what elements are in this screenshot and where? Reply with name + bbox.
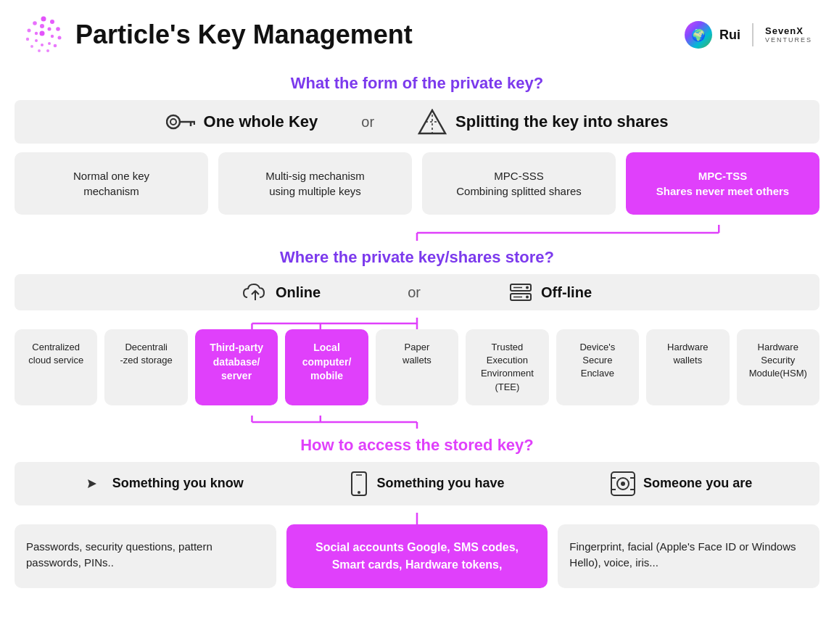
storage-card-8: HardwareSecurityModule(HSM) [737, 329, 819, 405]
storage-card-6: Device'sSecureEnclave [556, 329, 639, 405]
connector-svg-storage [15, 318, 819, 329]
svg-point-16 [35, 39, 38, 42]
svg-point-2 [56, 27, 60, 31]
or-label-2: or [408, 284, 421, 301]
auth-item-2: Someone you are [610, 471, 752, 497]
auth-label-0: Something you know [112, 476, 244, 491]
auth-label-2: Someone you are [643, 476, 752, 491]
mech-card-2: MPC-SSSCombining splitted shares [422, 152, 616, 215]
svg-point-12 [48, 28, 51, 31]
mech-card-0: Normal one keymechanism [15, 152, 208, 215]
connector-1 [15, 225, 819, 241]
svg-point-52 [621, 482, 625, 486]
biometric-icon [610, 471, 636, 497]
auth-item-1: Something you have [349, 471, 504, 497]
online-item: Online [242, 281, 321, 303]
connector-svg-1 [15, 225, 819, 241]
phone-icon [349, 471, 369, 497]
auth-row: Something you know Something you have So… [15, 462, 819, 505]
bottom-card-1: Social accounts Google, SMS codes,Smart … [286, 524, 548, 588]
section3-heading: How to access the stored key? [15, 436, 819, 455]
sevenx-ventures: VENTURES [765, 36, 812, 44]
sevenx-name: SevenX [765, 26, 812, 36]
storage-label-6: Device'sSecureEnclave [579, 342, 615, 379]
storage-label-1: Decentrali-zed storage [120, 342, 173, 366]
main-content: What the form of the private key? One wh… [0, 74, 834, 603]
online-offline-row: Online or Off-line [15, 274, 819, 310]
mech-label-2: MPC-SSSCombining splitted shares [456, 170, 582, 197]
svg-point-13 [51, 35, 54, 38]
svg-point-4 [54, 44, 57, 48]
svg-point-18 [40, 31, 45, 36]
storage-card-2: Third-partydatabase/server [195, 329, 278, 405]
connector-svg-storage-b [15, 416, 819, 429]
storage-label-4: Paperwallets [402, 342, 432, 366]
storage-label-8: HardwareSecurityModule(HSM) [749, 342, 807, 379]
offline-item: Off-line [508, 281, 592, 303]
storage-card-0: Centralizedcloud service [15, 329, 97, 405]
offline-icon [508, 281, 534, 303]
svg-point-1 [50, 20, 54, 24]
svg-point-6 [38, 49, 41, 52]
split-key-label: Splitting the key into shares [455, 112, 668, 131]
storage-card-4: Paperwallets [376, 329, 458, 405]
storage-label-2: Third-partydatabase/server [210, 342, 263, 381]
storage-label-0: Centralizedcloud service [28, 342, 83, 366]
bottom-label-2: Fingerprint, facial (Apple's Face ID or … [569, 540, 796, 569]
svg-point-10 [33, 21, 37, 25]
svg-point-7 [30, 45, 33, 48]
header-divider [752, 23, 754, 46]
svg-point-11 [40, 24, 44, 28]
mech-label-0: Normal one keymechanism [73, 170, 149, 197]
key-icon [166, 110, 195, 133]
section2-heading: Where the private key/shares store? [15, 248, 819, 267]
storage-label-5: TrustedExecutionEnvironment(TEE) [481, 342, 534, 392]
storage-section: Centralizedcloud service Decentrali-zed … [15, 318, 819, 429]
auth-label-1: Something you have [376, 476, 504, 491]
whole-key-item: One whole Key [166, 110, 318, 133]
bottom-label-1: Social accounts Google, SMS codes,Smart … [315, 541, 519, 571]
header-right: 🌍 Rui SevenX VENTURES [685, 21, 812, 49]
storage-row: Centralizedcloud service Decentrali-zed … [15, 329, 819, 405]
whole-key-label: One whole Key [204, 112, 318, 131]
bottom-row: Passwords, security questions, pattern p… [15, 524, 819, 588]
storage-label-3: Localcomputer/mobile [302, 342, 352, 381]
mechanism-row: Normal one keymechanism Multi-sig mechan… [15, 152, 819, 215]
key-form-row: One whole Key or Splitting the key into … [15, 100, 819, 144]
mech-card-1: Multi-sig mechanismusing multiple keys [218, 152, 412, 215]
connector-storage-top [15, 318, 819, 329]
svg-point-8 [26, 38, 29, 41]
storage-label-7: Hardwarewallets [667, 342, 708, 366]
bottom-card-0: Passwords, security questions, pattern p… [15, 524, 276, 588]
svg-point-34 [526, 286, 529, 289]
or-label-1: or [361, 114, 374, 131]
storage-card-7: Hardwarewallets [646, 329, 729, 405]
connector-auth [15, 513, 819, 524]
svg-point-14 [48, 42, 51, 45]
svg-point-35 [526, 296, 529, 299]
bottom-card-2: Fingerprint, facial (Apple's Face ID or … [558, 524, 819, 588]
svg-point-5 [46, 49, 49, 52]
connector-svg-auth [15, 513, 819, 524]
online-icon [242, 281, 268, 303]
avatar: 🌍 [685, 21, 712, 49]
know-icon [82, 472, 105, 495]
split-key-item: Splitting the key into shares [418, 109, 668, 135]
svg-point-0 [41, 17, 46, 22]
bottom-label-0: Passwords, security questions, pattern p… [26, 540, 212, 569]
page-title: Particle's Key Management [75, 20, 413, 50]
connector-storage-bottom [15, 416, 819, 429]
section1-heading: What the form of the private key? [15, 74, 819, 93]
split-icon [418, 109, 447, 135]
mech-label-1: Multi-sig mechanismusing multiple keys [265, 170, 365, 197]
storage-card-1: Decentrali-zed storage [104, 329, 187, 405]
svg-point-3 [58, 36, 62, 40]
rui-label: Rui [719, 28, 740, 43]
mech-card-3: MPC-TSSShares never meet others [626, 152, 819, 215]
header-left: Particle's Key Management [22, 13, 413, 57]
storage-card-3: Localcomputer/mobile [285, 329, 368, 405]
svg-point-17 [35, 32, 38, 35]
particle-logo-icon [22, 13, 65, 57]
svg-point-9 [28, 29, 31, 33]
svg-point-15 [41, 44, 44, 46]
